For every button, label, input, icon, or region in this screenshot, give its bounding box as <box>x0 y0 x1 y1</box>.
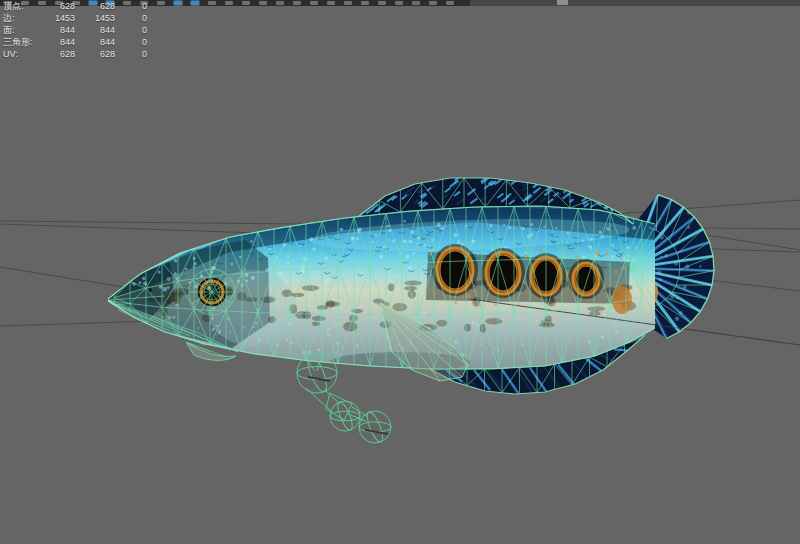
tool-icon[interactable] <box>429 1 437 5</box>
hud-label-edges: 边: <box>3 12 43 24</box>
tool-icon[interactable] <box>327 1 335 5</box>
hud-value: 0 <box>115 12 147 24</box>
poly-count-hud: 顶点:6286280 边:145314530 面:8448440 三角形:844… <box>3 0 147 60</box>
hud-label-faces: 面: <box>3 24 43 36</box>
hud-value: 0 <box>115 24 147 36</box>
tool-icon[interactable] <box>259 1 267 5</box>
hud-value: 1453 <box>43 12 75 24</box>
hud-value: 0 <box>115 48 147 60</box>
hud-value: 0 <box>115 0 147 12</box>
tool-icon[interactable] <box>344 1 352 5</box>
tool-icon[interactable] <box>412 1 420 5</box>
hud-value: 628 <box>75 0 115 12</box>
hud-value: 628 <box>75 48 115 60</box>
hud-value: 844 <box>75 36 115 48</box>
hud-value: 844 <box>75 24 115 36</box>
toolbar-chip[interactable] <box>557 0 568 5</box>
tool-icon[interactable] <box>191 1 199 5</box>
3d-viewport-window: 顶点:6286280 边:145314530 面:8448440 三角形:844… <box>0 0 800 544</box>
tool-icon[interactable] <box>157 1 165 5</box>
tool-icon[interactable] <box>395 1 403 5</box>
hud-value: 844 <box>43 36 75 48</box>
tool-icon[interactable] <box>310 1 318 5</box>
hud-label-uv: UV: <box>3 48 43 60</box>
tool-icon[interactable] <box>242 1 250 5</box>
tool-icon[interactable] <box>293 1 301 5</box>
hud-value: 1453 <box>75 12 115 24</box>
hud-row-vertices: 顶点:6286280 <box>3 0 147 12</box>
hud-row-edges: 边:145314530 <box>3 12 147 24</box>
tool-icon[interactable] <box>378 1 386 5</box>
hud-row-uv: UV:6286280 <box>3 48 147 60</box>
tool-icon[interactable] <box>225 1 233 5</box>
hud-row-faces: 面:8448440 <box>3 24 147 36</box>
hud-value: 628 <box>43 0 75 12</box>
viewport-canvas[interactable] <box>0 0 800 544</box>
hud-value: 0 <box>115 36 147 48</box>
hud-value: 844 <box>43 24 75 36</box>
hud-row-triangles: 三角形:8448440 <box>3 36 147 48</box>
hud-value: 628 <box>43 48 75 60</box>
hud-label-triangles: 三角形: <box>3 36 43 48</box>
hud-label-vertices: 顶点: <box>3 0 43 12</box>
tool-icon[interactable] <box>276 1 284 5</box>
tool-icon[interactable] <box>174 1 182 5</box>
tool-icon[interactable] <box>208 1 216 5</box>
tool-icon[interactable] <box>446 1 454 5</box>
tool-icon[interactable] <box>361 1 369 5</box>
